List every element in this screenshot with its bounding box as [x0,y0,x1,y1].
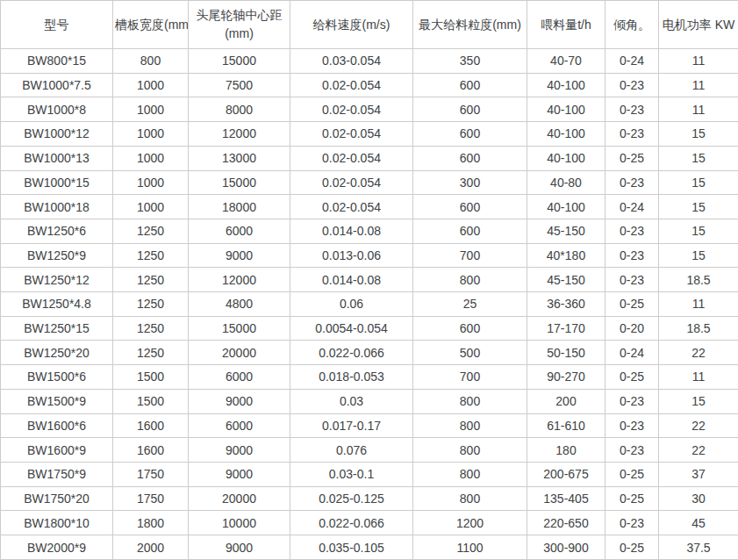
table-cell: 200 [527,389,605,413]
table-cell: BW1000*7.5 [1,73,113,97]
table-row: BW1750*201750200000.025-0.125800135-4050… [1,486,738,511]
table-cell: 15 [659,243,738,268]
table-cell: 180 [527,438,605,463]
table-cell: 1000 [113,146,189,170]
table-cell: 0.018-0.053 [290,365,413,390]
table-cell: 0-23 [605,413,659,438]
table-cell: 37 [659,462,738,486]
table-cell: BW1500*6 [1,365,113,390]
table-cell: 22 [659,438,738,463]
table-cell: 30 [659,486,738,511]
table-row: BW1750*9175090000.03-0.1800200-6750-2537 [1,462,738,486]
table-cell: 200-675 [527,462,605,486]
table-cell: 700 [413,243,527,268]
table-cell: 800 [413,268,527,292]
table-cell: 9000 [189,535,290,560]
table-row: BW1600*6160060000.017-0.1780061-6100-232… [1,413,738,438]
table-cell: 600 [413,97,527,122]
table-cell: 0.06 [290,292,413,317]
table-cell: 0.02-0.054 [290,97,413,122]
table-cell: 600 [413,219,527,243]
table-cell: 0.03-0.1 [290,462,413,486]
table-cell: BW1600*9 [1,438,113,463]
table-cell: 0.017-0.17 [290,413,413,438]
table-cell: 0.022-0.066 [290,341,413,365]
table-cell: 9000 [189,462,290,486]
table-cell: 220-650 [527,511,605,535]
column-header: 电机功率 KW [659,1,738,49]
table-cell: 800 [413,486,527,511]
table-row: BW1250*4.8125048000.062536-3600-2511 [1,292,738,317]
table-row: BW1000*7.5100075000.02-0.05460040-1000-2… [1,73,738,97]
table-cell: 61-610 [527,413,605,438]
table-cell: 20000 [189,341,290,365]
table-cell: 700 [413,365,527,390]
table-cell: 6000 [189,219,290,243]
table-cell: 800 [113,49,189,74]
table-cell: BW2000*9 [1,535,113,560]
table-cell: 0-23 [605,122,659,147]
table-cell: BW1250*15 [1,316,113,341]
table-cell: BW1250*4.8 [1,292,113,317]
table-cell: 0.03-0.054 [290,49,413,74]
table-cell: BW1500*9 [1,389,113,413]
table-cell: 18.5 [659,268,738,292]
table-row: BW800*15800150000.03-0.05435040-700-2411 [1,49,738,74]
page: 型号槽板宽度(mm)头尾轮轴中心距 (mm)给料速度(m/s)最大给料粒度(mm… [0,0,738,560]
table-cell: 45 [659,511,738,535]
table-cell: 1200 [413,511,527,535]
header-row: 型号槽板宽度(mm)头尾轮轴中心距 (mm)给料速度(m/s)最大给料粒度(mm… [1,1,738,49]
table-cell: 0-25 [605,486,659,511]
table-cell: BW1000*8 [1,97,113,122]
table-cell: 40-100 [527,146,605,170]
table-cell: 600 [413,195,527,219]
table-cell: 1250 [113,243,189,268]
table-cell: BW1250*20 [1,341,113,365]
table-cell: 12000 [189,268,290,292]
table-cell: 0-25 [605,535,659,560]
table-cell: 11 [659,49,738,74]
table-row: BW1250*6125060000.014-0.0860045-1500-231… [1,219,738,243]
table-cell: 40-70 [527,49,605,74]
table-cell: BW1250*12 [1,268,113,292]
table-cell: BW1000*18 [1,195,113,219]
table-cell: 0-24 [605,195,659,219]
column-header: 喂料量t/h [527,1,605,49]
table-row: BW1500*9150090000.038002000-2315 [1,389,738,413]
table-cell: 36-360 [527,292,605,317]
table-cell: 1500 [113,365,189,390]
table-cell: 1750 [113,462,189,486]
table-cell: 800 [413,413,527,438]
column-header: 头尾轮轴中心距 (mm) [189,1,290,49]
table-cell: BW1250*6 [1,219,113,243]
table-cell: 0-25 [605,146,659,170]
table-cell: 0.03 [290,389,413,413]
table-cell: 1800 [113,511,189,535]
table-cell: 20000 [189,486,290,511]
table-cell: 0.02-0.054 [290,170,413,195]
spec-table: 型号槽板宽度(mm)头尾轮轴中心距 (mm)给料速度(m/s)最大给料粒度(mm… [0,0,738,560]
table-cell: 15 [659,219,738,243]
table-cell: 15 [659,122,738,147]
table-cell: 15 [659,170,738,195]
table-cell: 40-100 [527,122,605,147]
table-cell: 0.013-0.06 [290,243,413,268]
table-row: BW1800*101800100000.022-0.0661200220-650… [1,511,738,535]
table-cell: 0-23 [605,170,659,195]
table-cell: 0.025-0.125 [290,486,413,511]
table-cell: 0-23 [605,511,659,535]
column-header: 最大给料粒度(mm) [413,1,527,49]
table-cell: 0.02-0.054 [290,146,413,170]
table-cell: 22 [659,413,738,438]
table-row: BW1000*8100080000.02-0.05460040-1000-231… [1,97,738,122]
table-cell: 37.5 [659,535,738,560]
table-row: BW1000*131000130000.02-0.05460040-1000-2… [1,146,738,170]
table-cell: BW1000*13 [1,146,113,170]
table-cell: 11 [659,365,738,390]
table-cell: 600 [413,73,527,97]
table-row: BW1600*9160090000.0768001800-2322 [1,438,738,463]
table-cell: 0-25 [605,365,659,390]
table-cell: 15000 [189,49,290,74]
table-cell: 15 [659,195,738,219]
table-cell: 1600 [113,413,189,438]
